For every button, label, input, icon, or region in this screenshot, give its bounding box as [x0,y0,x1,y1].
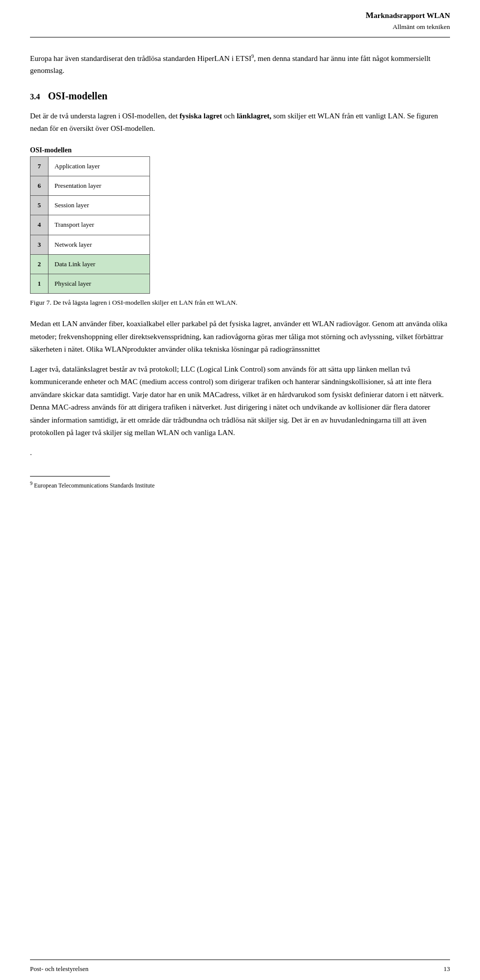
footnote-divider [30,476,110,477]
osi-layer-4-label: Transport layer [48,215,150,235]
header-title-rest: arknadsrapport WLAN [374,11,450,19]
footnote-content: European Telecommunications Standards In… [34,482,154,489]
header-title: Marknadsrapport WLAN [366,9,450,22]
section-title: OSI-modellen [48,90,108,102]
osi-layer-5-label: Session layer [48,196,150,215]
page-footer: Post- och telestyrelsen 13 [30,960,450,980]
main-content: Europa har även standardiserat den trådl… [30,37,450,960]
section-number: 3.4 [30,92,40,101]
section-paragraph1: Det är de två understa lagren i OSI-mode… [30,110,450,135]
osi-layer-1: 1 Physical layer [30,274,150,293]
osi-layer-1-label: Physical layer [48,274,150,293]
footer-organization: Post- och telestyrelsen [30,965,88,973]
osi-layer-2-label: Data Link layer [48,254,150,274]
osi-layer-3: 3 Network layer [30,235,150,254]
header-title-bold-m: M [366,10,374,20]
osi-layer-3-number: 3 [30,235,48,254]
osi-layer-1-number: 1 [30,274,48,293]
footnote-section: 9 European Telecommunications Standards … [30,472,450,490]
body-paragraph2: Medan ett LAN använder fiber, koaxialkab… [30,318,450,356]
osi-layer-2: 2 Data Link layer [30,254,150,274]
osi-layer-7-label: Application layer [48,156,150,176]
intro-paragraph: Europa har även standardiserat den trådl… [30,52,450,76]
footnote-text: 9 European Telecommunications Standards … [30,480,450,490]
header-subtitle: Allmänt om tekniken [366,22,450,32]
osi-layer-4: 4 Transport layer [30,215,150,235]
footer-page-number: 13 [444,965,450,973]
section-heading: 3.4 OSI-modellen [30,90,450,102]
osi-layer-3-label: Network layer [48,235,150,254]
osi-layer-6-label: Presentation layer [48,176,150,195]
figure-caption: Figur 7. De två lägsta lagren i OSI-mode… [30,299,450,307]
osi-layer-7: 7 Application layer [30,156,150,176]
header-text: Marknadsrapport WLAN Allmänt om tekniken [366,9,450,32]
osi-table: 7 Application layer 6 Presentation layer… [30,156,150,294]
osi-layer-6: 6 Presentation layer [30,176,150,195]
osi-layer-2-number: 2 [30,254,48,274]
osi-layer-4-number: 4 [30,215,48,235]
body-paragraph3: Lager två, datalänkslagret består av två… [30,363,450,440]
page: Marknadsrapport WLAN Allmänt om tekniken… [0,0,480,980]
page-header: Marknadsrapport WLAN Allmänt om tekniken [30,0,450,37]
osi-container: OSI-modellen 7 Application layer 6 Prese… [30,146,450,294]
dot-separator: . [30,449,450,457]
footnote-number: 9 [30,481,32,486]
osi-layer-6-number: 6 [30,176,48,195]
osi-layer-5-number: 5 [30,196,48,215]
osi-layer-7-number: 7 [30,156,48,176]
osi-layer-5: 5 Session layer [30,196,150,215]
osi-table-label: OSI-modellen [30,146,450,154]
